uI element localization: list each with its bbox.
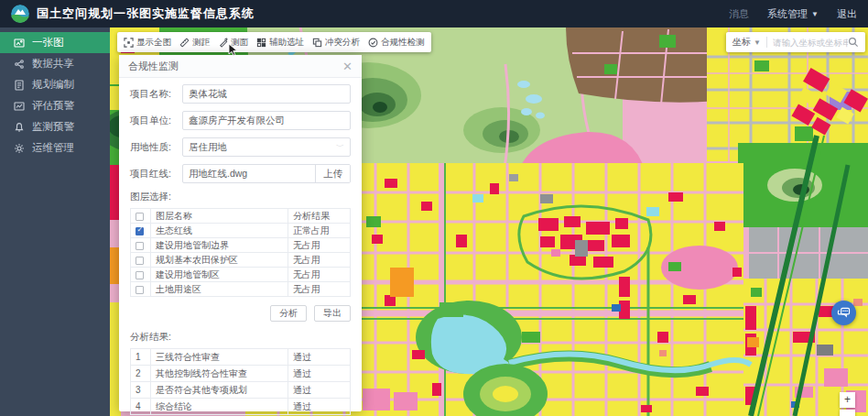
menu-system-admin[interactable]: 系统管理 ▼ (767, 7, 819, 21)
redline-label: 项目红线: (130, 168, 182, 181)
sidebar-item-monitor-warning[interactable]: 监测预警 (0, 116, 110, 137)
search-input[interactable] (773, 38, 848, 48)
search-category-dropdown[interactable]: 坐标 ▼ (732, 36, 761, 49)
site-selection-icon (256, 38, 266, 48)
table-row: 建设用地管制区 无占用 (131, 268, 351, 282)
conflict-analysis-icon (312, 38, 322, 48)
divider (766, 37, 767, 48)
project-name-input[interactable] (182, 84, 351, 104)
coordinate-search: 坐标 ▼ (726, 32, 865, 52)
ops-manage-icon (14, 143, 25, 154)
chevron-down-icon: ▼ (811, 10, 819, 18)
analyze-button[interactable]: 分析 (270, 305, 307, 322)
dialog-title: 合规性监测 (128, 55, 179, 77)
status-badge: 正常占用 (288, 224, 351, 238)
map-zoom-control: + − (840, 392, 855, 416)
layer-checkbox[interactable] (136, 286, 144, 294)
plan-compile-icon (14, 80, 25, 91)
data-share-icon (14, 59, 25, 70)
layer-table: 图层名称 分析结果 生态红线 正常占用 建设用地管制边界 无占用 规划基本农田保… (130, 208, 351, 297)
compliance-check-icon (368, 38, 378, 48)
chat-bubble-icon (837, 307, 851, 320)
sidebar-item-onemap[interactable]: 一张图 (0, 32, 110, 53)
monitor-warning-icon (14, 122, 25, 133)
table-row: 建设用地管制边界 无占用 (131, 238, 351, 253)
app-window: 国土空间规划一张图实施监督信息系统 消息 系统管理 ▼ 退出 一张图 数据共享 (0, 0, 868, 416)
compliance-dialog: 合规性监测 ✕ 项目名称: 项目单位: 用地性质: 居住用地 ﹀ 项目红线: (119, 55, 362, 411)
map-right-midzone (738, 143, 868, 279)
menu-logout[interactable]: 退出 (837, 7, 857, 21)
sidebar-item-data-share[interactable]: 数据共享 (0, 53, 110, 74)
measure-distance-icon (179, 38, 190, 48)
sidebar-item-evaluate-warning[interactable]: 评估预警 (0, 95, 110, 116)
table-header-row: 图层名称 分析结果 (131, 209, 351, 224)
upload-button[interactable]: 上传 (315, 165, 350, 182)
chevron-down-icon: ﹀ (336, 141, 344, 153)
redline-filename: 用地红线.dwg (183, 165, 315, 182)
full-extent-button[interactable]: 显示全图 (124, 37, 171, 49)
result-table: 1 三线符合性审查 通过 2 其他控制线符合性审查 通过 3 是否符合其他专项规… (130, 348, 351, 415)
dialog-header: 合规性监测 ✕ (119, 55, 362, 78)
table-row: 2 其他控制线符合性审查 通过 (131, 366, 351, 382)
layer-checkbox[interactable] (136, 257, 144, 265)
chat-button[interactable] (831, 301, 856, 325)
sidebar-item-ops-manage[interactable]: 运维管理 (0, 137, 110, 159)
measure-area-icon (218, 38, 228, 48)
select-all-checkbox[interactable] (136, 213, 144, 221)
table-row: 1 三线符合性审查 通过 (131, 349, 351, 366)
zoom-out-button[interactable]: − (840, 410, 855, 416)
search-icon[interactable] (848, 37, 859, 48)
close-icon[interactable]: ✕ (342, 60, 353, 72)
export-button[interactable]: 导出 (314, 305, 351, 322)
layer-checkbox[interactable] (136, 242, 144, 250)
layer-checkbox[interactable] (136, 227, 144, 235)
app-logo-icon (11, 5, 29, 23)
table-row: 规划基本农田保护区 无占用 (131, 253, 351, 268)
map-toolbar: 显示全图 测距 测面 辅助选址 冲突分析 (117, 32, 431, 52)
table-row: 3 是否符合其他专项规划 通过 (131, 382, 351, 399)
table-row: 4 综合结论 通过 (131, 399, 351, 415)
measure-distance-button[interactable]: 测距 (179, 37, 210, 49)
sidebar-nav: 一张图 数据共享 规划编制 评估预警 监测预警 (0, 27, 110, 416)
app-header: 国土空间规划一张图实施监督信息系统 消息 系统管理 ▼ 退出 (0, 0, 868, 27)
chevron-down-icon: ▼ (754, 38, 761, 47)
evaluate-warning-icon (14, 101, 25, 112)
land-use-label: 用地性质: (130, 141, 182, 154)
onemap-icon (14, 38, 25, 49)
table-row: 土地用途区 无占用 (131, 282, 351, 297)
conflict-analysis-button[interactable]: 冲突分析 (312, 37, 360, 49)
layer-checkbox[interactable] (136, 271, 144, 279)
table-row: 生态红线 正常占用 (131, 224, 351, 238)
measure-area-button[interactable]: 测面 (218, 37, 248, 49)
zoom-in-button[interactable]: + (840, 392, 855, 408)
menu-messages[interactable]: 消息 (729, 7, 749, 21)
compliance-check-button[interactable]: 合规性检测 (368, 37, 425, 49)
project-name-label: 项目名称: (130, 88, 182, 101)
analysis-result-label: 分析结果: (130, 331, 351, 344)
land-use-select[interactable]: 居住用地 ﹀ (182, 137, 351, 157)
project-unit-label: 项目单位: (130, 115, 182, 127)
layer-select-label: 图层选择: (130, 191, 351, 203)
sidebar-item-plan-compile[interactable]: 规划编制 (0, 74, 110, 95)
project-unit-input[interactable] (182, 111, 351, 130)
full-extent-icon (124, 38, 134, 48)
redline-file-field: 用地红线.dwg 上传 (182, 164, 351, 183)
app-title: 国土空间规划一张图实施监督信息系统 (37, 5, 255, 22)
site-selection-button[interactable]: 辅助选址 (256, 37, 304, 49)
